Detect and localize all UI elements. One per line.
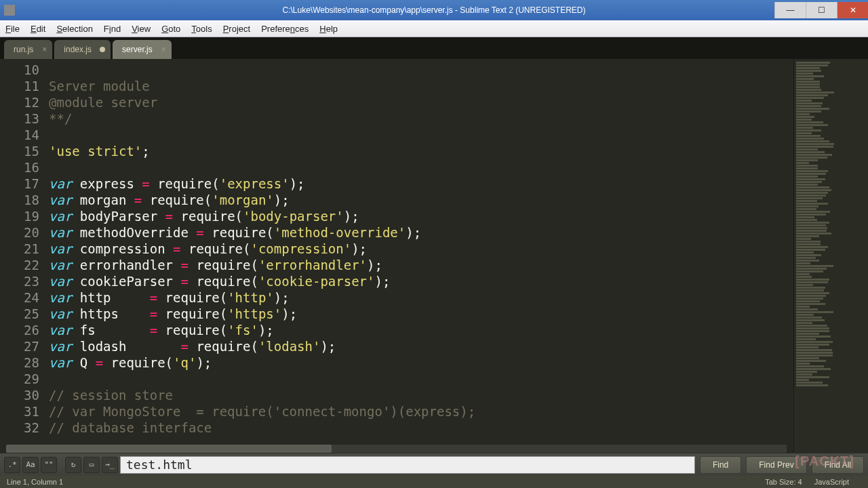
inselection-toggle[interactable]: ▭ <box>83 457 100 473</box>
menu-view[interactable]: View <box>126 22 156 36</box>
menu-selection[interactable]: Selection <box>51 22 98 36</box>
menu-file[interactable]: File <box>0 22 25 36</box>
code-area[interactable]: Server module@module server**/ 'use stri… <box>49 59 793 453</box>
menu-goto[interactable]: Goto <box>156 22 186 36</box>
wholeword-toggle[interactable]: "" <box>41 457 57 473</box>
line-gutter: 1011121314151617181920212223242526272829… <box>0 59 49 453</box>
tab-server-js[interactable]: server.js × <box>113 40 172 59</box>
minimize-button[interactable]: — <box>774 2 806 18</box>
menubar: File Edit Selection Find View Goto Tools… <box>0 20 868 37</box>
find-all-button[interactable]: Find All <box>812 456 864 474</box>
tab-label: index.js <box>64 45 92 54</box>
close-button[interactable]: ✕ <box>837 2 868 18</box>
find-panel: .* Aa "" ↻ ▭ →_ Find Find Prev Find All <box>0 453 868 476</box>
syntax-mode[interactable]: JavaScript <box>814 478 849 486</box>
close-icon[interactable]: × <box>42 45 47 54</box>
find-input[interactable] <box>120 456 695 474</box>
titlebar: C:\Luke\Websites\mean-company\app\server… <box>0 0 868 20</box>
minimap[interactable] <box>793 59 868 453</box>
menu-project[interactable]: Project <box>218 22 256 36</box>
maximize-button[interactable]: ☐ <box>806 2 837 18</box>
cursor-position: Line 1, Column 1 <box>7 478 63 486</box>
wrap-toggle[interactable]: ↻ <box>65 457 81 473</box>
editor[interactable]: 1011121314151617181920212223242526272829… <box>0 59 868 453</box>
find-prev-button[interactable]: Find Prev <box>746 456 806 474</box>
highlight-toggle[interactable]: →_ <box>102 457 118 473</box>
menu-help[interactable]: Help <box>314 22 343 36</box>
menu-find[interactable]: Find <box>98 22 126 36</box>
regex-toggle[interactable]: .* <box>4 457 20 473</box>
scrollbar-thumb[interactable] <box>6 445 332 453</box>
window-title: C:\Luke\Websites\mean-company\app\server… <box>0 5 868 15</box>
close-icon[interactable]: × <box>161 45 166 54</box>
menu-tools[interactable]: Tools <box>186 22 217 36</box>
dirty-icon <box>100 47 105 52</box>
tab-index-js[interactable]: index.js <box>54 40 111 59</box>
tab-run-js[interactable]: run.js × <box>4 40 52 59</box>
tabbar: run.js × index.js server.js × <box>0 37 868 59</box>
tab-size[interactable]: Tab Size: 4 <box>765 478 802 486</box>
app-icon <box>4 5 15 16</box>
case-toggle[interactable]: Aa <box>22 457 39 473</box>
horizontal-scrollbar[interactable] <box>6 445 787 453</box>
statusbar: Line 1, Column 1 Tab Size: 4 JavaScript <box>0 476 868 488</box>
find-button[interactable]: Find <box>700 456 741 474</box>
tab-label: server.js <box>122 45 153 54</box>
menu-preferences[interactable]: Preferences <box>256 22 314 36</box>
tab-label: run.js <box>14 45 33 54</box>
menu-edit[interactable]: Edit <box>25 22 51 36</box>
